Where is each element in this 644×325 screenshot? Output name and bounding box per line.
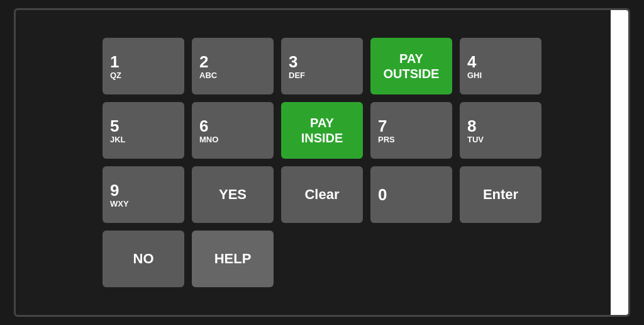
key-1[interactable]: 1 QZ — [103, 38, 184, 94]
no-button[interactable]: NO — [103, 231, 184, 287]
key-3[interactable]: 3 DEF — [281, 38, 363, 94]
key-4[interactable]: 4 GHI — [460, 38, 541, 94]
key-2[interactable]: 2 ABC — [192, 38, 274, 94]
pay-inside-button[interactable]: PAYINSIDE — [281, 102, 363, 159]
yes-button[interactable]: YES — [192, 166, 274, 223]
clear-button[interactable]: Clear — [281, 166, 363, 223]
help-button[interactable]: HELP — [192, 231, 274, 287]
enter-button[interactable]: Enter — [460, 166, 541, 223]
key-6[interactable]: 6 MNO — [192, 102, 274, 159]
key-5[interactable]: 5 JKL — [103, 102, 184, 159]
key-8[interactable]: 8 TUV — [460, 102, 541, 159]
keypad-container: 1 QZ 2 ABC 3 DEF PAYOUTSIDE 4 GHI 5 JKL … — [14, 8, 630, 317]
key-7[interactable]: 7 PRS — [370, 102, 452, 159]
pay-outside-button[interactable]: PAYOUTSIDE — [370, 38, 452, 94]
key-0[interactable]: 0 — [370, 166, 452, 223]
white-strip — [611, 10, 628, 315]
keypad-grid: 1 QZ 2 ABC 3 DEF PAYOUTSIDE 4 GHI 5 JKL … — [90, 25, 554, 300]
key-9[interactable]: 9 WXY — [103, 166, 184, 223]
